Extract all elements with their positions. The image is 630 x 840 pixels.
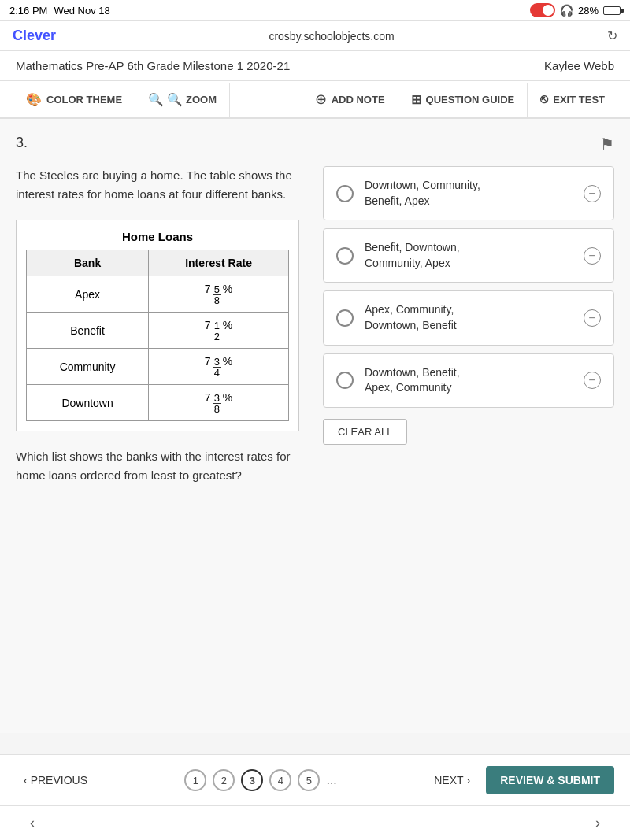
radio-d[interactable] [336, 372, 354, 389]
exit-test-label: EXIT TEST [553, 94, 605, 105]
radio-b[interactable] [336, 247, 354, 265]
page-2[interactable]: 2 [213, 769, 235, 791]
color-theme-button[interactable]: 🎨 COLOR THEME [13, 83, 135, 117]
answer-text-c: Apex, Community,Downtown, Benefit [365, 302, 573, 333]
question-guide-button[interactable]: ⊞ QUESTION GUIDE [398, 83, 528, 117]
table-row: Benefit 7 1 2 % [27, 313, 289, 349]
forward-arrow-icon[interactable]: › [589, 809, 606, 838]
question-header: 3. ⚑ [16, 135, 614, 154]
page-4[interactable]: 4 [269, 769, 291, 791]
toolbar: 🎨 COLOR THEME 🔍 🔍 ZOOM ⊕ ADD NOTE ⊞ QUES… [0, 81, 630, 119]
home-loans-table: Bank Interest Rate Apex 7 5 [26, 250, 289, 421]
bank-downtown: Downtown [27, 385, 149, 421]
add-note-button[interactable]: ⊕ ADD NOTE [302, 81, 398, 117]
bank-community: Community [27, 349, 149, 385]
previous-button[interactable]: ‹ PREVIOUS [16, 769, 95, 791]
question-body: The Steeles are buying a home. The table… [16, 166, 614, 485]
flag-icon[interactable]: ⚑ [600, 135, 614, 154]
rate-header: Interest Rate [149, 250, 289, 276]
clever-logo: Clever [13, 28, 56, 44]
chevron-left-icon: ‹ [24, 774, 28, 786]
question-number: 3. [16, 135, 28, 151]
eliminate-c[interactable]: − [584, 309, 601, 327]
refresh-icon[interactable]: ↻ [607, 28, 617, 43]
table-title: Home Loans [26, 230, 289, 243]
guide-icon: ⊞ [411, 92, 421, 107]
toggle-icon [530, 3, 555, 17]
date: Wed Nov 18 [54, 5, 109, 17]
content-area: 3. ⚑ The Steeles are buying a home. The … [0, 119, 630, 733]
clear-all-button[interactable]: CLEAR ALL [323, 419, 407, 445]
table-row: Community 7 3 4 % [27, 349, 289, 385]
radio-c[interactable] [336, 309, 354, 327]
page-header: Mathematics Pre-AP 6th Grade Milestone 1… [0, 51, 630, 81]
chevron-right-icon: › [467, 774, 471, 786]
table-row: Downtown 7 3 8 % [27, 385, 289, 421]
back-arrow-icon[interactable]: ‹ [24, 809, 41, 838]
bank-apex: Apex [27, 276, 149, 313]
browser-bar: Clever crosby.schoolobjects.com ↻ [0, 21, 630, 51]
zoom-in-icon[interactable]: 🔍 [167, 92, 183, 107]
exit-icon: ⎋ [540, 92, 548, 106]
plus-icon: ⊕ [315, 91, 327, 108]
eliminate-a[interactable]: − [584, 185, 601, 202]
headphone-icon: 🎧 [560, 4, 573, 17]
zoom-section: 🔍 🔍 ZOOM [135, 83, 230, 117]
zoom-out-icon[interactable]: 🔍 [148, 92, 164, 107]
exam-title: Mathematics Pre-AP 6th Grade Milestone 1… [16, 59, 290, 72]
status-bar: 2:16 PM Wed Nov 18 🎧 28% [0, 0, 630, 21]
eliminate-d[interactable]: − [584, 372, 601, 389]
rate-apex: 7 5 8 % [149, 276, 289, 313]
rate-community: 7 3 4 % [149, 349, 289, 385]
answer-options: Downtown, Community,Benefit, Apex − Bene… [323, 166, 614, 445]
rate-benefit: 7 1 2 % [149, 313, 289, 349]
review-submit-button[interactable]: REVIEW & SUBMIT [486, 766, 614, 794]
bank-benefit: Benefit [27, 313, 149, 349]
ellipsis: ... [326, 773, 336, 787]
table-row: Apex 7 5 8 % [27, 276, 289, 313]
answer-option-c[interactable]: Apex, Community,Downtown, Benefit − [323, 290, 614, 345]
page-5[interactable]: 5 [298, 769, 320, 791]
answer-option-d[interactable]: Downtown, Benefit,Apex, Community − [323, 353, 614, 408]
palette-icon: 🎨 [26, 92, 42, 107]
next-button[interactable]: NEXT › [426, 769, 478, 791]
question-guide-label: QUESTION GUIDE [426, 94, 515, 105]
bank-header: Bank [27, 250, 149, 276]
battery-icon [603, 6, 621, 15]
radio-a[interactable] [336, 185, 354, 202]
battery-indicator: 28% [578, 5, 598, 17]
answer-text-b: Benefit, Downtown,Community, Apex [365, 240, 573, 271]
answer-option-b[interactable]: Benefit, Downtown,Community, Apex − [323, 228, 614, 283]
color-theme-label: COLOR THEME [46, 94, 122, 105]
question-left-panel: The Steeles are buying a home. The table… [16, 166, 299, 485]
add-note-label: ADD NOTE [332, 94, 385, 105]
question-text: The Steeles are buying a home. The table… [16, 166, 299, 204]
time: 2:16 PM [9, 5, 47, 17]
zoom-label: ZOOM [186, 94, 217, 105]
user-name: Kaylee Webb [544, 59, 614, 72]
exit-test-button[interactable]: ⎋ EXIT TEST [528, 83, 617, 116]
ios-navigation-bar: ‹ › [0, 805, 630, 840]
rate-downtown: 7 3 8 % [149, 385, 289, 421]
page-3[interactable]: 3 [241, 769, 263, 791]
answer-text-d: Downtown, Benefit,Apex, Community [365, 365, 573, 396]
answer-option-a[interactable]: Downtown, Community,Benefit, Apex − [323, 166, 614, 220]
answer-text-a: Downtown, Community,Benefit, Apex [365, 178, 573, 209]
home-loans-table-container: Home Loans Bank Interest Rate Apex [16, 220, 299, 431]
url-display: crosby.schoolobjects.com [269, 30, 394, 43]
sub-question-text: Which list shows the banks with the inte… [16, 447, 299, 485]
page-1[interactable]: 1 [184, 769, 206, 791]
page-indicators: 1 2 3 4 5 ... [103, 769, 418, 791]
bottom-navigation: ‹ PREVIOUS 1 2 3 4 5 ... NEXT › REVIEW &… [0, 754, 630, 805]
eliminate-b[interactable]: − [584, 247, 601, 265]
